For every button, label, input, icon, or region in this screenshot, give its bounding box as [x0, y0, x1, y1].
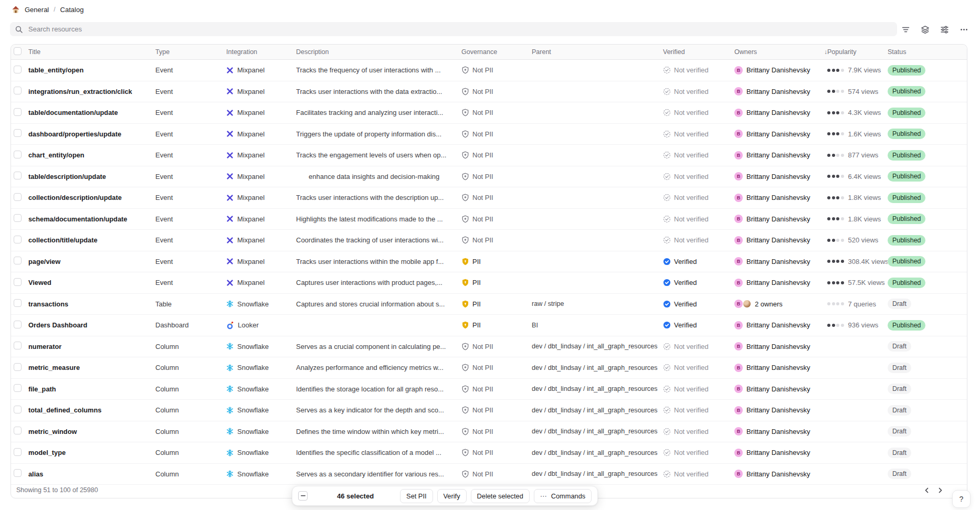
row-checkbox[interactable]: [14, 406, 22, 413]
table-row[interactable]: Orders DashboardDashboardLookerPIIBIVeri…: [11, 315, 967, 336]
table-row[interactable]: dashboard/properties/updateEventMixpanel…: [11, 124, 967, 145]
table-row[interactable]: schema/documentation/updateEventMixpanel…: [11, 209, 967, 230]
resource-title[interactable]: table/description/update: [28, 173, 155, 180]
column-header-type[interactable]: Type: [155, 48, 226, 56]
resource-title[interactable]: model_type: [28, 449, 155, 456]
table-row[interactable]: total_defined_columnsColumnSnowflakeServ…: [11, 400, 967, 421]
more-icon[interactable]: [958, 24, 969, 35]
table-row[interactable]: table_entity/openEventMixpanelTracks the…: [11, 60, 967, 81]
resource-title[interactable]: file_path: [28, 385, 155, 393]
looker-icon: [226, 321, 234, 330]
row-checkbox[interactable]: [14, 384, 22, 392]
row-checkbox[interactable]: [14, 448, 22, 456]
table-row[interactable]: table/description/updateEventMixpanel•Ca…: [11, 166, 967, 188]
search-input[interactable]: [27, 25, 892, 34]
sort-descending-icon[interactable]: ↓: [817, 48, 827, 56]
popularity-dot: [832, 281, 835, 284]
row-checkbox[interactable]: [14, 87, 22, 94]
row-checkbox[interactable]: [14, 342, 22, 349]
row-checkbox[interactable]: [14, 108, 22, 116]
column-header-governance[interactable]: Governance: [461, 48, 532, 56]
row-checkbox[interactable]: [14, 299, 22, 307]
row-checkbox[interactable]: [14, 278, 22, 286]
row-checkbox[interactable]: [14, 214, 22, 222]
verify-button[interactable]: Verify: [437, 489, 467, 503]
row-checkbox[interactable]: [14, 193, 22, 201]
row-checkbox[interactable]: [14, 257, 22, 264]
row-checkbox[interactable]: [14, 129, 22, 137]
column-header-owners[interactable]: Owners: [734, 48, 817, 56]
column-header-parent[interactable]: Parent: [532, 48, 663, 56]
governance-cell: Not PII: [461, 151, 532, 159]
row-checkbox[interactable]: [14, 172, 22, 179]
table-row[interactable]: metric_windowColumnSnowflakeDefines the …: [11, 421, 967, 443]
table-row[interactable]: metric_measureColumnSnowflakeAnalyzes pe…: [11, 357, 967, 379]
table-row[interactable]: collection/title/updateEventMixpanelCoor…: [11, 230, 967, 251]
table-row[interactable]: integrations/run_extraction/clickEventMi…: [11, 81, 967, 103]
owner-avatar: B: [734, 257, 743, 265]
column-header-verified[interactable]: Verified: [663, 48, 734, 56]
table-row[interactable]: table/documentation/updateEventMixpanelF…: [11, 102, 967, 124]
table-row[interactable]: transactionsTableSnowflakeCaptures and s…: [11, 294, 967, 315]
popularity-dots: [827, 90, 844, 93]
column-header-title[interactable]: Title: [28, 48, 155, 56]
resource-title[interactable]: metric_window: [28, 428, 155, 435]
governance-label: Not PII: [472, 364, 493, 371]
resource-title[interactable]: chart_entity/open: [28, 151, 155, 159]
row-checkbox[interactable]: [14, 363, 22, 371]
verified-badge-icon: [663, 321, 671, 329]
resource-title[interactable]: dashboard/properties/update: [28, 130, 155, 138]
column-header-status[interactable]: Status: [888, 48, 967, 56]
resource-title[interactable]: transactions: [28, 300, 155, 308]
resource-title[interactable]: total_defined_columns: [28, 406, 155, 414]
row-checkbox[interactable]: [14, 469, 22, 477]
resource-title[interactable]: integrations/run_extraction/click: [28, 88, 155, 95]
row-checkbox[interactable]: [14, 321, 22, 328]
search-bar[interactable]: [10, 22, 897, 36]
column-header-description[interactable]: Description: [296, 48, 461, 56]
governance-cell: Not PII: [461, 470, 532, 478]
resource-title[interactable]: Viewed: [28, 279, 155, 286]
deselect-all-checkbox[interactable]: [298, 491, 308, 501]
row-checkbox[interactable]: [14, 151, 22, 158]
resource-description: Analyzes performance and efficiency metr…: [296, 364, 461, 371]
commands-button[interactable]: ⋯Commands: [534, 489, 592, 503]
table-row[interactable]: ViewedEventMixpanelCaptures user interac…: [11, 272, 967, 294]
column-header-popularity[interactable]: Popularity: [827, 48, 888, 56]
table-row[interactable]: model_typeColumnSnowflakeIdentifies the …: [11, 442, 967, 464]
table-row[interactable]: numeratorColumnSnowflakeServes as a cruc…: [11, 336, 967, 358]
column-header-integration[interactable]: Integration: [226, 48, 296, 56]
resource-title[interactable]: numerator: [28, 343, 155, 350]
table-row[interactable]: page/viewEventMixpanelTracks user intera…: [11, 251, 967, 273]
help-button[interactable]: ?: [952, 490, 971, 508]
set-pii-button[interactable]: Set PII: [400, 489, 433, 503]
filter-icon[interactable]: [900, 24, 911, 35]
layers-icon[interactable]: [920, 24, 930, 35]
not-pii-shield-icon: [461, 406, 469, 414]
previous-page-button[interactable]: [922, 486, 931, 495]
resource-title[interactable]: table_entity/open: [28, 66, 155, 74]
resource-title[interactable]: schema/documentation/update: [28, 215, 155, 223]
sliders-icon[interactable]: [939, 24, 950, 35]
breadcrumb-page[interactable]: Catalog: [60, 6, 84, 14]
breadcrumb-workspace[interactable]: General: [25, 6, 49, 14]
table-row[interactable]: aliasColumnSnowflakeServes as a secondar…: [11, 464, 967, 485]
resource-title[interactable]: table/documentation/update: [28, 109, 155, 116]
row-checkbox[interactable]: [14, 236, 22, 243]
row-checkbox[interactable]: [14, 427, 22, 434]
resource-title[interactable]: page/view: [28, 258, 155, 265]
table-row[interactable]: collection/description/updateEventMixpan…: [11, 187, 967, 209]
owner-avatar: B: [734, 300, 743, 308]
row-checkbox[interactable]: [14, 66, 22, 73]
resource-title[interactable]: Orders Dashboard: [28, 321, 155, 329]
delete-selected-button[interactable]: Delete selected: [471, 489, 530, 503]
resource-title[interactable]: metric_measure: [28, 364, 155, 371]
select-all-checkbox[interactable]: [14, 47, 22, 55]
status-badge: Draft: [888, 405, 911, 416]
resource-title[interactable]: collection/title/update: [28, 236, 155, 244]
table-row[interactable]: file_pathColumnSnowflakeIdentifies the s…: [11, 379, 967, 400]
resource-title[interactable]: alias: [28, 470, 155, 478]
next-page-button[interactable]: [936, 486, 945, 495]
resource-title[interactable]: collection/description/update: [28, 194, 155, 201]
table-row[interactable]: chart_entity/openEventMixpanelTracks the…: [11, 145, 967, 166]
